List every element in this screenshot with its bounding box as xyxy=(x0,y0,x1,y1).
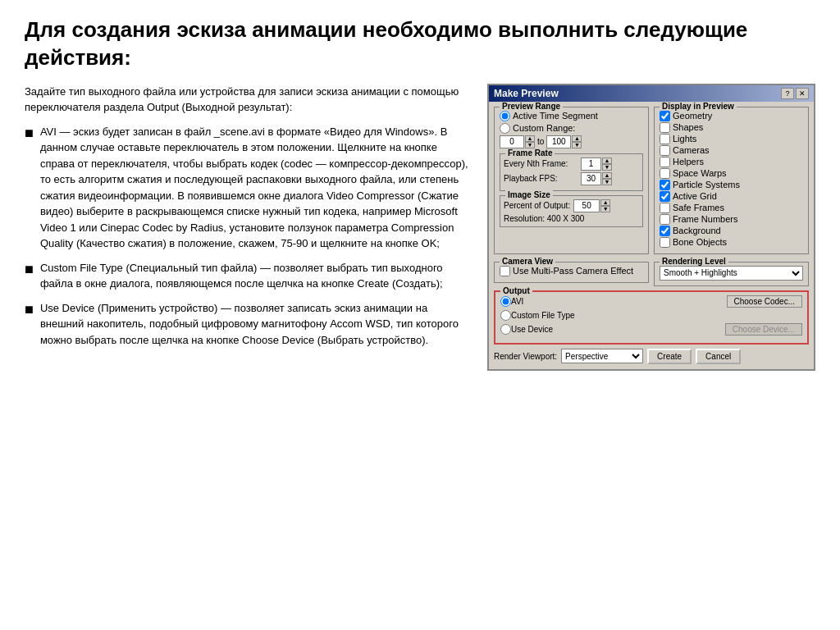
help-button[interactable]: ? xyxy=(781,88,794,99)
avi-radio[interactable] xyxy=(500,296,511,307)
helpers-label: Helpers xyxy=(673,157,704,167)
create-button[interactable]: Create xyxy=(647,349,692,364)
list-item-text: Custom File Type (Специальный тип файла)… xyxy=(40,260,471,292)
cancel-button[interactable]: Cancel xyxy=(696,349,741,364)
list-item: ■ Use Device (Применить устройство) — по… xyxy=(25,300,471,349)
cameras-checkbox[interactable] xyxy=(660,145,670,156)
custom-range-radio-row: Custom Range: xyxy=(500,123,643,134)
rendering-level-select[interactable]: Smooth + Highlights Smooth Facets + High… xyxy=(660,266,803,281)
space-warps-checkbox[interactable] xyxy=(660,168,670,179)
resolution-value: 400 X 300 xyxy=(547,214,585,223)
multipass-checkbox[interactable] xyxy=(500,266,510,276)
active-time-radio[interactable] xyxy=(500,111,510,121)
avi-label: AVI xyxy=(511,297,523,306)
shapes-check-row: Shapes xyxy=(660,122,803,133)
particle-systems-check-row: Particle Systems xyxy=(660,180,803,190)
rendering-level-group: Rendering Level Smooth + Highlights Smoo… xyxy=(654,262,809,286)
custom-range-label: Custom Range: xyxy=(513,123,575,133)
camera-view-group: Camera View Use Multi-Pass Camera Effect xyxy=(494,262,649,283)
range-to-down[interactable]: ▼ xyxy=(572,142,582,148)
frame-rate-group: Frame Rate Every Nth Frame: ▲ ▼ Playback… xyxy=(500,153,643,191)
resolution-label: Resolution: xyxy=(504,214,545,223)
to-label: to xyxy=(537,137,544,146)
every-nth-up[interactable]: ▲ xyxy=(602,158,612,164)
frame-rate-title: Frame Rate xyxy=(505,148,555,158)
bullet-icon: ■ xyxy=(25,299,34,321)
content-wrapper: Задайте тип выходного файла или устройст… xyxy=(25,84,815,371)
percent-row: Percent of Output: ▲ ▼ xyxy=(504,199,639,212)
playback-fps-label: Playback FPS: xyxy=(504,174,578,183)
percent-up[interactable]: ▲ xyxy=(600,199,610,206)
bone-objects-check-row: Bone Objects xyxy=(660,237,803,248)
custom-file-radio[interactable] xyxy=(500,310,511,321)
render-viewport-row: Render Viewport: Perspective Top Front L… xyxy=(494,349,809,364)
page-title: Для создания эскиза анимации необходимо … xyxy=(25,16,815,72)
text-column: Задайте тип выходного файла или устройст… xyxy=(25,84,471,357)
dialog-titlebar: Make Preview ? ✕ xyxy=(489,85,814,102)
range-to-up[interactable]: ▲ xyxy=(572,135,582,142)
range-spin-field: ▲ ▼ to ▲ ▼ xyxy=(500,135,643,148)
frame-numbers-label: Frame Numbers xyxy=(673,214,737,224)
frame-numbers-check-row: Frame Numbers xyxy=(660,214,803,225)
shapes-checkbox[interactable] xyxy=(660,122,670,133)
output-group: Output AVI Choose Codec... Custom File T… xyxy=(494,290,809,345)
helpers-checkbox[interactable] xyxy=(660,157,670,167)
preview-range-title: Preview Range xyxy=(500,102,563,111)
bone-objects-label: Bone Objects xyxy=(673,237,727,247)
intro-text: Задайте тип выходного файла или устройст… xyxy=(25,84,471,116)
every-nth-row: Every Nth Frame: ▲ ▼ xyxy=(504,158,639,171)
every-nth-down[interactable]: ▼ xyxy=(602,164,612,171)
display-in-preview-title: Display in Preview xyxy=(660,102,737,111)
space-warps-label: Space Warps xyxy=(673,168,727,178)
list-item-text: Use Device (Применить устройство) — позв… xyxy=(40,300,471,349)
playback-fps-input[interactable] xyxy=(581,172,601,185)
use-device-radio[interactable] xyxy=(500,324,511,335)
custom-range-radio[interactable] xyxy=(500,123,510,134)
top-row: Preview Range Active Time Segment Custom… xyxy=(494,107,809,258)
close-button[interactable]: ✕ xyxy=(796,88,809,99)
range-from-down[interactable]: ▼ xyxy=(525,142,535,148)
percent-spinbtns: ▲ ▼ xyxy=(600,199,610,212)
choose-codec-button[interactable]: Choose Codec... xyxy=(727,295,803,308)
playback-fps-down[interactable]: ▼ xyxy=(602,179,612,185)
output-title: Output xyxy=(500,286,532,295)
geometry-checkbox[interactable] xyxy=(660,111,670,121)
playback-fps-spinbtns: ▲ ▼ xyxy=(602,172,612,185)
dialog-title: Make Preview xyxy=(494,88,559,99)
render-viewport-select[interactable]: Perspective Top Front Left Camera01 xyxy=(561,349,643,363)
range-from-input[interactable] xyxy=(500,135,524,148)
list-item: ■ AVI — эскиз будет записан в файл _scen… xyxy=(25,124,471,252)
use-device-row: Use Device Choose Device... xyxy=(500,323,802,336)
bone-objects-checkbox[interactable] xyxy=(660,237,670,248)
particle-systems-checkbox[interactable] xyxy=(660,180,670,190)
list: ■ AVI — эскиз будет записан в файл _scen… xyxy=(25,124,471,349)
active-grid-checkbox[interactable] xyxy=(660,191,670,202)
rendering-level-title: Rendering Level xyxy=(660,257,728,266)
every-nth-label: Every Nth Frame: xyxy=(504,159,578,168)
safe-frames-check-row: Safe Frames xyxy=(660,203,803,213)
bullet-icon: ■ xyxy=(25,122,34,144)
multipass-label: Use Multi-Pass Camera Effect xyxy=(513,266,633,276)
choose-device-button[interactable]: Choose Device... xyxy=(725,323,802,336)
image-size-title: Image Size xyxy=(505,190,553,199)
custom-file-row: Custom File Type xyxy=(500,310,802,321)
percent-input[interactable] xyxy=(573,199,600,212)
avi-row: AVI Choose Codec... xyxy=(500,295,802,308)
playback-fps-up[interactable]: ▲ xyxy=(602,172,612,179)
range-from-spinbtns: ▲ ▼ xyxy=(525,135,535,148)
background-checkbox[interactable] xyxy=(660,226,670,236)
lights-checkbox[interactable] xyxy=(660,134,670,144)
dialog-body: Preview Range Active Time Segment Custom… xyxy=(489,102,814,369)
geometry-label: Geometry xyxy=(673,111,712,121)
range-to-input[interactable] xyxy=(546,135,571,148)
geometry-check-row: Geometry xyxy=(660,111,803,121)
percent-down[interactable]: ▼ xyxy=(600,206,610,212)
use-device-label: Use Device xyxy=(511,325,553,334)
frame-numbers-checkbox[interactable] xyxy=(660,214,670,225)
space-warps-check-row: Space Warps xyxy=(660,168,803,179)
lights-check-row: Lights xyxy=(660,134,803,144)
range-from-up[interactable]: ▲ xyxy=(525,135,535,142)
every-nth-input[interactable] xyxy=(581,158,601,171)
background-label: Background xyxy=(673,226,721,235)
safe-frames-checkbox[interactable] xyxy=(660,203,670,213)
